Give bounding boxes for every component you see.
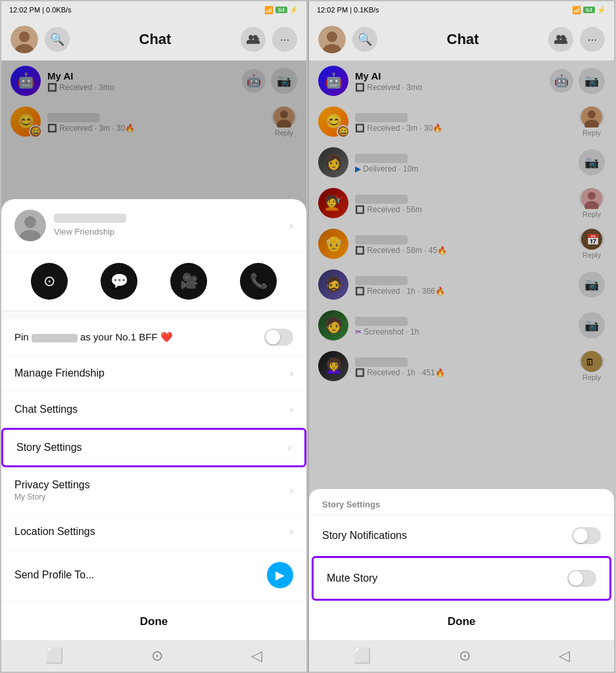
- mute-story-toggle[interactable]: [567, 570, 596, 587]
- pin-bff-text: Pin as your No.1 BFF ❤️: [14, 331, 264, 343]
- partial-item: [1, 311, 306, 319]
- svg-point-9: [24, 216, 36, 228]
- story-settings-modal-title: Story Settings: [309, 489, 614, 515]
- send-profile-text: Send Profile To...: [14, 569, 267, 581]
- send-profile-title: Send Profile To...: [14, 569, 267, 581]
- left-user-avatar[interactable]: [11, 26, 38, 53]
- location-settings-text: Location Settings: [14, 526, 290, 538]
- right-bottom-nav: ⬜ ⊙ ◁: [309, 640, 614, 672]
- left-bottom-nav: ⬜ ⊙ ◁: [1, 640, 306, 672]
- location-settings-title: Location Settings: [14, 526, 290, 538]
- left-modal-overlay: View Friendship › ⊙ 💬 🎥 📞 Pin as your No…: [1, 60, 306, 640]
- right-phone-panel: 12:02 PM | 0.1KB/s 📶 64 ⚡ 🔍 Chat ···: [308, 0, 615, 673]
- left-done-button[interactable]: Done: [1, 603, 306, 640]
- left-nav-back-icon[interactable]: ◁: [251, 647, 262, 664]
- privacy-settings-text: Privacy Settings My Story: [14, 479, 290, 501]
- left-nav-title: Chat: [76, 31, 234, 48]
- right-search-button[interactable]: 🔍: [352, 27, 377, 52]
- right-chat-list: 🤖 My AI 🔲 Received · 3mo 🤖 📷 😊 😄 🔲 Recei…: [309, 60, 614, 640]
- manage-friendship-title: Manage Friendship: [14, 367, 290, 379]
- friend-header-chevron: ›: [289, 219, 293, 233]
- manage-friendship-item[interactable]: Manage Friendship ›: [1, 356, 306, 392]
- left-phone-panel: 12:02 PM | 0.0KB/s 📶 64 ⚡ 🔍 Chat ···: [0, 0, 308, 673]
- mute-story-item[interactable]: Mute Story: [312, 556, 611, 601]
- left-status-bar: 12:02 PM | 0.0KB/s 📶 64 ⚡: [1, 1, 306, 18]
- right-add-friend-button[interactable]: [548, 27, 573, 52]
- right-nav-square-icon[interactable]: ⬜: [353, 647, 371, 664]
- left-charging-icon: ⚡: [289, 6, 298, 14]
- right-network-icon: 📶: [572, 6, 581, 14]
- privacy-settings-sub: My Story: [14, 492, 290, 501]
- left-battery-icon: 64: [275, 7, 287, 13]
- left-nav-square-icon[interactable]: ⬜: [45, 647, 63, 664]
- chat-settings-text: Chat Settings: [14, 404, 290, 415]
- right-status-time: 12:02 PM | 0.1KB/s: [317, 6, 379, 14]
- view-friendship-label: View Friendship: [54, 227, 114, 237]
- location-settings-chevron: ›: [290, 526, 293, 538]
- chat-quick-btn[interactable]: 💬: [101, 263, 137, 300]
- friend-name-block: View Friendship: [54, 214, 281, 237]
- right-story-settings-modal: Story Settings Story Notifications Mute …: [309, 489, 614, 640]
- call-quick-btn[interactable]: 📞: [240, 263, 277, 300]
- manage-friendship-chevron: ›: [290, 367, 293, 379]
- story-settings-title: Story Settings: [16, 442, 288, 453]
- chat-settings-item[interactable]: Chat Settings ›: [1, 392, 306, 428]
- right-top-nav: 🔍 Chat ···: [309, 18, 614, 60]
- left-network-icon: 📶: [264, 6, 273, 14]
- right-nav-home-icon[interactable]: ⊙: [459, 647, 471, 664]
- svg-point-1: [19, 32, 30, 42]
- manage-friendship-text: Manage Friendship: [14, 367, 290, 379]
- left-more-button[interactable]: ···: [272, 27, 297, 52]
- right-nav-back-icon[interactable]: ◁: [559, 647, 570, 664]
- pin-bff-item[interactable]: Pin as your No.1 BFF ❤️: [1, 319, 306, 356]
- friend-name-blur: [54, 214, 126, 223]
- location-settings-item[interactable]: Location Settings ›: [1, 514, 306, 550]
- left-status-time: 12:02 PM | 0.0KB/s: [9, 6, 72, 14]
- view-friendship-button[interactable]: View Friendship ›: [1, 199, 306, 252]
- story-settings-item[interactable]: Story Settings ›: [1, 428, 306, 467]
- chat-settings-title: Chat Settings: [14, 404, 290, 415]
- privacy-settings-title: Privacy Settings: [14, 479, 290, 491]
- left-status-icons: 📶 64 ⚡: [264, 6, 298, 14]
- right-user-avatar[interactable]: [318, 26, 346, 53]
- chat-settings-chevron: ›: [290, 404, 293, 415]
- right-done-button[interactable]: Done: [309, 603, 614, 640]
- left-modal-card: View Friendship › ⊙ 💬 🎥 📞 Pin as your No…: [1, 199, 306, 640]
- right-nav-title: Chat: [384, 31, 542, 48]
- svg-point-12: [327, 32, 337, 42]
- left-search-button[interactable]: 🔍: [45, 27, 70, 52]
- right-charging-icon: ⚡: [597, 6, 606, 14]
- mute-story-label: Mute Story: [327, 572, 567, 584]
- story-notifications-label: Story Notifications: [322, 530, 572, 542]
- left-nav-home-icon[interactable]: ⊙: [151, 647, 163, 664]
- send-profile-item[interactable]: Send Profile To... ▶: [1, 550, 306, 601]
- left-chat-list: 🤖 My AI 🔲 Received · 3mo 🤖 📷 😊 😄 �: [1, 60, 306, 640]
- right-status-icons: 📶 64 ⚡: [572, 6, 606, 14]
- pin-bff-toggle[interactable]: [264, 329, 293, 346]
- camera-quick-btn[interactable]: ⊙: [31, 263, 68, 300]
- story-settings-text: Story Settings: [16, 442, 288, 453]
- story-settings-chevron: ›: [288, 442, 291, 453]
- story-notifications-item[interactable]: Story Notifications: [309, 515, 614, 556]
- right-battery-icon: 64: [583, 7, 595, 13]
- privacy-settings-item[interactable]: Privacy Settings My Story ›: [1, 467, 306, 514]
- privacy-settings-chevron: ›: [290, 484, 293, 496]
- left-add-friend-button[interactable]: [241, 27, 266, 52]
- right-status-bar: 12:02 PM | 0.1KB/s 📶 64 ⚡: [309, 1, 614, 18]
- story-notifications-toggle[interactable]: [572, 527, 601, 544]
- right-modal-overlay: Story Settings Story Notifications Mute …: [309, 60, 614, 640]
- video-quick-btn[interactable]: 🎥: [170, 263, 207, 300]
- friend-modal-avatar: [14, 210, 46, 241]
- send-profile-button[interactable]: ▶: [267, 562, 293, 588]
- quick-actions-bar: ⊙ 💬 🎥 📞: [1, 252, 306, 311]
- right-more-button[interactable]: ···: [580, 27, 605, 52]
- left-top-nav: 🔍 Chat ···: [1, 18, 306, 60]
